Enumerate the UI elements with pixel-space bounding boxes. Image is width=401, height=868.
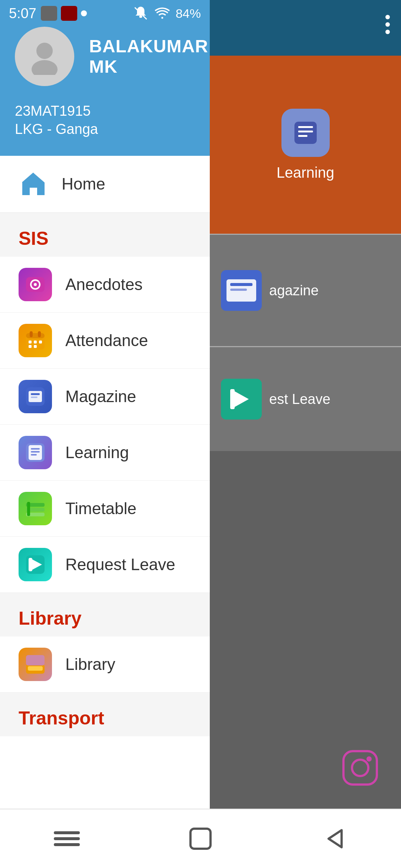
anecdotes-icon xyxy=(19,268,52,301)
home-label: Home xyxy=(62,175,105,193)
battery-indicator: 84% xyxy=(176,6,201,21)
attendance-label: Attendance xyxy=(65,331,148,350)
attendance-icon xyxy=(19,324,52,357)
menu-item-request-leave[interactable]: Request Leave xyxy=(0,537,210,593)
status-time: 5:07 xyxy=(9,6,36,22)
navigation-bar xyxy=(0,809,401,868)
status-app-icons xyxy=(41,6,87,21)
attendance-icon-svg xyxy=(24,329,46,352)
svg-rect-49 xyxy=(54,831,80,834)
right-leave-text: est Leave xyxy=(269,391,330,407)
right-magazine-text: agazine xyxy=(269,283,319,299)
header-top: BALAKUMAR MK xyxy=(15,27,195,86)
learning-label: Learning xyxy=(65,443,129,462)
svg-point-13 xyxy=(366,756,372,762)
right-top-bar xyxy=(210,0,401,56)
svg-rect-32 xyxy=(31,393,40,395)
svg-rect-29 xyxy=(34,345,37,348)
library-title: Library xyxy=(19,608,82,629)
right-leave-icon xyxy=(221,379,262,420)
user-name: BALAKUMAR MK xyxy=(89,36,208,77)
nav-home-button[interactable] xyxy=(182,824,219,854)
transport-title: Transport xyxy=(19,708,104,729)
back-arrow-icon xyxy=(321,826,347,852)
svg-rect-38 xyxy=(31,454,37,456)
svg-rect-24 xyxy=(38,331,41,337)
svg-point-12 xyxy=(352,760,368,776)
right-magazine-icon xyxy=(221,270,262,311)
app-icon-1 xyxy=(41,6,57,21)
svg-point-17 xyxy=(32,60,58,75)
svg-rect-23 xyxy=(30,331,33,337)
svg-rect-0 xyxy=(294,122,317,144)
timetable-icon-svg xyxy=(24,497,46,520)
menu-item-magazine[interactable]: Magazine xyxy=(0,369,210,425)
status-right: 84% xyxy=(133,5,201,22)
more-options-icon[interactable] xyxy=(382,11,394,38)
notification-bell-icon xyxy=(133,5,149,22)
svg-rect-36 xyxy=(31,448,40,450)
svg-rect-6 xyxy=(230,283,252,286)
app-icon-2 xyxy=(61,6,77,21)
svg-rect-28 xyxy=(29,345,32,348)
anecdotes-label: Anecdotes xyxy=(65,275,143,294)
svg-rect-3 xyxy=(298,135,307,137)
menu-item-library[interactable]: Library xyxy=(0,637,210,693)
learning-icon-svg xyxy=(24,441,46,464)
library-icon-svg xyxy=(24,653,46,675)
right-leave-section: est Leave xyxy=(210,347,401,451)
square-home-icon xyxy=(188,826,213,852)
right-magazine-section: agazine xyxy=(210,235,401,346)
nav-menu-button[interactable] xyxy=(48,824,85,854)
svg-rect-51 xyxy=(54,843,80,846)
svg-point-16 xyxy=(36,43,53,59)
right-panel: Learning agazine est Leave xyxy=(210,0,401,868)
menu-item-home[interactable]: Home xyxy=(0,156,210,213)
menu-item-learning[interactable]: Learning xyxy=(0,425,210,481)
svg-rect-33 xyxy=(31,397,38,398)
magazine-label: Magazine xyxy=(65,387,136,406)
svg-rect-45 xyxy=(29,558,32,571)
menu-item-anecdotes[interactable]: Anecdotes xyxy=(0,257,210,313)
drawer-menu: Home SIS Anecdotes xyxy=(0,156,210,868)
avatar-silhouette-icon xyxy=(26,38,63,75)
right-learning-icon xyxy=(281,109,330,157)
menu-item-timetable[interactable]: Timetable xyxy=(0,481,210,537)
status-bar: 5:07 84% xyxy=(0,0,210,27)
navigation-drawer: 5:07 84% xyxy=(0,0,210,868)
status-left: 5:07 xyxy=(9,6,87,22)
notification-dot xyxy=(81,10,87,16)
magazine-icon-svg xyxy=(24,385,46,408)
svg-rect-50 xyxy=(54,837,80,840)
svg-rect-2 xyxy=(298,131,313,132)
timetable-label: Timetable xyxy=(65,499,137,518)
timetable-icon xyxy=(19,492,52,525)
wifi-icon xyxy=(154,5,170,22)
user-id: 23MAT1915 xyxy=(15,103,195,119)
sis-section-header: SIS xyxy=(0,213,210,257)
svg-rect-11 xyxy=(343,751,377,785)
learning-icon xyxy=(19,436,52,469)
svg-rect-48 xyxy=(28,666,43,671)
svg-marker-53 xyxy=(329,830,342,847)
library-icon xyxy=(19,648,52,681)
svg-rect-37 xyxy=(31,451,40,453)
magazine-icon xyxy=(19,380,52,413)
right-learning-label: Learning xyxy=(277,164,335,181)
avatar xyxy=(15,27,74,86)
request-leave-icon-svg xyxy=(24,553,46,576)
svg-rect-22 xyxy=(26,333,45,338)
svg-rect-10 xyxy=(230,389,235,409)
svg-rect-14 xyxy=(139,16,142,18)
svg-rect-52 xyxy=(190,829,211,849)
anecdotes-icon-svg xyxy=(24,273,46,296)
nav-back-button[interactable] xyxy=(316,824,353,854)
menu-item-attendance[interactable]: Attendance xyxy=(0,313,210,369)
svg-rect-26 xyxy=(34,341,37,343)
instagram-icon[interactable] xyxy=(342,749,379,786)
home-icon xyxy=(19,169,48,199)
library-section-header: Library xyxy=(0,593,210,637)
svg-rect-47 xyxy=(26,655,45,665)
svg-point-20 xyxy=(34,283,37,286)
svg-rect-25 xyxy=(29,341,32,343)
